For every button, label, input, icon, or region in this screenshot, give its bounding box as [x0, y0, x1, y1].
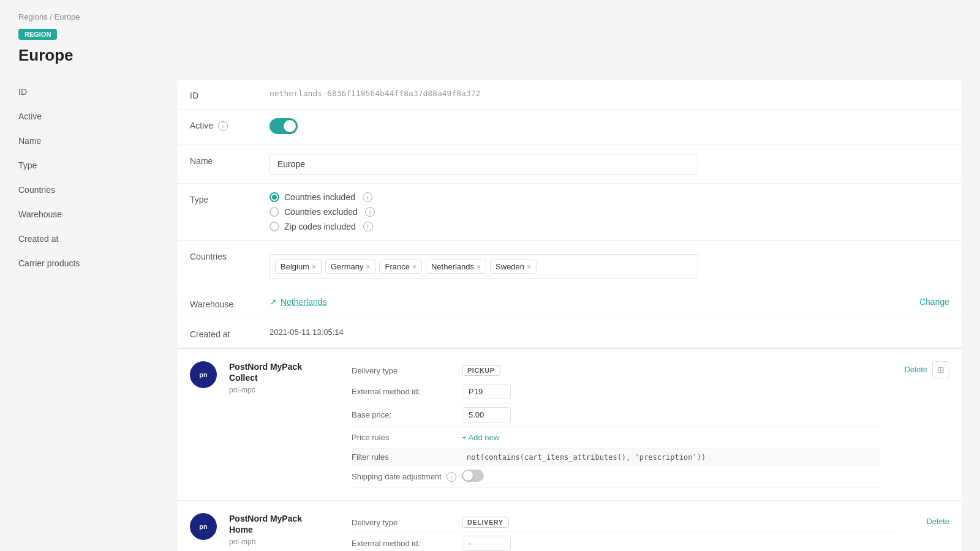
sidebar-item-created: Created at: [18, 227, 178, 251]
carrier-info-0: PostNord MyPackCollect pnl-mpc: [229, 361, 339, 394]
radio-group: Countries included i Countries excluded …: [270, 192, 949, 231]
carrier-code-1: pnl-mph: [229, 538, 339, 546]
delivery-type-value-0: PICKUP: [462, 365, 880, 376]
warehouse-value: ↗ Netherlands Change: [270, 297, 949, 307]
sidebar: ID Active Name Type Countries Warehouse …: [18, 80, 178, 551]
active-value: [270, 118, 949, 136]
tag-sweden: Sweden ×: [490, 260, 537, 274]
change-warehouse-button[interactable]: Change: [919, 297, 949, 307]
breadcrumb-current: Europe: [55, 12, 80, 21]
radio-label-included: Countries included: [284, 192, 355, 202]
tag-close-germany[interactable]: ×: [366, 263, 370, 271]
created-row: Created at 2021-05-11 13:05:14: [178, 318, 962, 348]
external-id-label-0: External method id:: [352, 387, 462, 396]
id-value: netherlands-6836f118564b44ff8a37d88a49f8…: [270, 88, 949, 98]
delete-button-0[interactable]: Delete: [904, 361, 927, 374]
info-icon-zip[interactable]: i: [363, 222, 373, 231]
name-row: Name: [178, 145, 962, 184]
carrier-info-1: PostNord MyPackHome pnl-mph: [229, 513, 339, 546]
shipping-date-label-0: Shipping date adjustment i: [352, 472, 462, 482]
external-id-label-1: External method id:: [352, 539, 462, 548]
region-badge: Region: [18, 29, 57, 40]
warehouse-arrow-icon: ↗: [270, 297, 277, 307]
price-rules-label-0: Price rules: [352, 433, 462, 442]
radio-dot-zip: [270, 222, 279, 231]
toggle-thumb: [284, 120, 296, 132]
countries-label: Countries: [190, 249, 270, 261]
detail-base-price-0: Base price: 5.00: [352, 403, 880, 427]
tag-close-sweden[interactable]: ×: [527, 263, 531, 271]
id-row: ID netherlands-6836f118564b44ff8a37d88a4…: [178, 80, 962, 110]
main-content: ID netherlands-6836f118564b44ff8a37d88a4…: [178, 80, 962, 551]
base-price-value-0: 5.00: [462, 407, 880, 422]
carrier-logo-0: pn: [190, 361, 217, 388]
shipping-toggle-0[interactable]: [462, 470, 484, 482]
shipping-info-icon-0[interactable]: i: [447, 472, 456, 482]
info-icon-excluded[interactable]: i: [365, 207, 375, 217]
carrier-details-1: Delivery type DELIVERY External method i…: [352, 513, 902, 551]
tag-label-france: France: [385, 262, 409, 271]
carrier-section: pn PostNord MyPackCollect pnl-mpc Delive…: [178, 348, 962, 551]
tag-netherlands: Netherlands ×: [426, 260, 486, 274]
content-area: ID Active Name Type Countries Warehouse …: [18, 80, 962, 551]
carrier-actions-0: Delete ⊞: [892, 361, 949, 378]
sidebar-item-name: Name: [18, 129, 178, 153]
created-label: Created at: [190, 327, 270, 339]
active-toggle[interactable]: [270, 118, 298, 134]
add-new-button-0[interactable]: + Add new: [462, 430, 499, 444]
active-info-icon[interactable]: i: [218, 121, 228, 131]
detail-external-id-0: External method id: P19: [352, 380, 880, 403]
small-thumb-0: [463, 471, 473, 481]
filter-rules-value-0: not(contains(cart_items_attributes(), 'p…: [462, 452, 880, 462]
tag-close-france[interactable]: ×: [412, 263, 417, 271]
radio-countries-excluded[interactable]: Countries excluded i: [270, 207, 949, 217]
active-label: Active i: [190, 118, 270, 131]
type-row: Type Countries included i Countries excl…: [178, 184, 962, 241]
detail-delivery-type-1: Delivery type DELIVERY: [352, 513, 902, 532]
tags-container[interactable]: Belgium × Germany × France × Netherlan: [270, 254, 698, 279]
filter-rules-label-0: Filter rules: [352, 452, 462, 462]
toggle-track: [270, 118, 298, 134]
tag-label-netherlands: Netherlands: [431, 262, 474, 271]
tag-france: France ×: [379, 260, 421, 274]
countries-row: Countries Belgium × Germany × France: [178, 241, 962, 288]
breadcrumb-parent[interactable]: Regions: [18, 12, 48, 21]
radio-zip-included[interactable]: Zip codes included i: [270, 222, 949, 231]
created-value: 2021-05-11 13:05:14: [270, 327, 949, 337]
carrier-row-0: pn PostNord MyPackCollect pnl-mpc Delive…: [178, 349, 962, 501]
name-input[interactable]: [270, 154, 698, 174]
carrier-actions-1: Delete: [914, 513, 949, 526]
delivery-type-badge-0: PICKUP: [462, 365, 500, 376]
id-label: ID: [190, 88, 270, 100]
tag-belgium: Belgium ×: [275, 260, 322, 274]
carrier-name-1: PostNord MyPackHome: [229, 513, 339, 535]
info-icon-included[interactable]: i: [363, 192, 372, 202]
detail-shipping-date-0: Shipping date adjustment i: [352, 466, 880, 488]
warehouse-link[interactable]: Netherlands: [281, 297, 327, 307]
carrier-details-0: Delivery type PICKUP External method id:…: [352, 361, 880, 488]
radio-countries-included[interactable]: Countries included i: [270, 192, 949, 202]
radio-dot-excluded: [270, 207, 279, 217]
warehouse-label: Warehouse: [190, 297, 270, 309]
sidebar-item-id: ID: [18, 80, 178, 104]
name-value: [270, 154, 949, 174]
tag-close-belgium[interactable]: ×: [312, 263, 316, 271]
delete-button-1[interactable]: Delete: [926, 513, 949, 526]
page-title: Europe: [18, 46, 962, 65]
type-value: Countries included i Countries excluded …: [270, 192, 949, 231]
delivery-type-value-1: DELIVERY: [462, 517, 902, 528]
sidebar-item-type: Type: [18, 153, 178, 178]
grid-icon-0[interactable]: ⊞: [932, 361, 949, 378]
radio-label-excluded: Countries excluded: [284, 207, 358, 217]
countries-value: Belgium × Germany × France × Netherlan: [270, 249, 949, 279]
tag-label-sweden: Sweden: [496, 262, 524, 271]
tag-germany: Germany ×: [325, 260, 375, 274]
sidebar-item-carrier: Carrier products: [18, 251, 178, 276]
tag-close-netherlands[interactable]: ×: [477, 263, 481, 271]
shipping-date-value-0: [462, 470, 880, 484]
tag-label-belgium: Belgium: [281, 262, 309, 271]
external-id-value-0: P19: [462, 384, 880, 399]
breadcrumb: Regions / Europe: [18, 12, 962, 21]
breadcrumb-separator: /: [50, 12, 52, 21]
page: Regions / Europe Region Europe ID Active…: [0, 0, 980, 551]
